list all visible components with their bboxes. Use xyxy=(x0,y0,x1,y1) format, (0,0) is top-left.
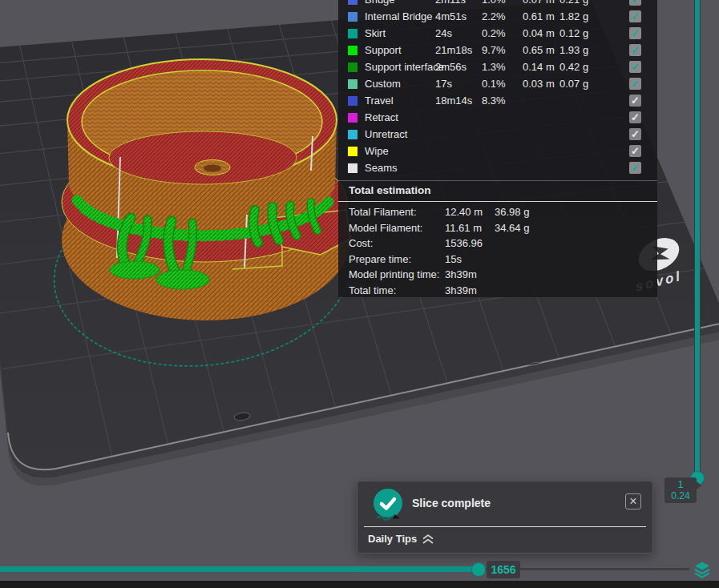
feature-color-swatch xyxy=(348,46,357,55)
feature-length: 0.03 m xyxy=(523,78,559,90)
daily-tips-label: Daily Tips xyxy=(368,533,417,545)
feature-label: Retract xyxy=(365,111,442,123)
feature-time: 4m51s xyxy=(435,10,482,22)
slice-legend-panel: Bridge 2m11s 1.0% 0.07 m 0.21 g ✓ Intern… xyxy=(338,0,657,297)
layer-height: 0.24 xyxy=(671,490,689,501)
legend-row: Bridge 2m11s 1.0% 0.07 m 0.21 g ✓ xyxy=(338,0,657,8)
range-slider-fill xyxy=(0,566,479,572)
feature-label: Travel xyxy=(365,95,442,107)
feature-color-swatch xyxy=(348,62,357,72)
legend-row: Unretract ✓ xyxy=(338,126,657,143)
chevron-collapse-icon xyxy=(422,534,434,545)
feature-visibility-checkbox[interactable]: ✓ xyxy=(629,145,641,157)
feature-time: 2m11s xyxy=(435,0,482,6)
total-value-1: 1536.96 xyxy=(445,237,495,249)
feature-visibility-checkbox[interactable]: ✓ xyxy=(629,111,641,123)
total-value-1: 15s xyxy=(445,253,495,265)
slicer-preview-window: sovol xyxy=(0,0,719,588)
total-estimation-list: Total Filament: 12.40 m 36.98 g Model Fi… xyxy=(338,204,657,297)
range-slider-badge: 1656 xyxy=(487,561,520,578)
feature-percent: 0.2% xyxy=(482,27,523,39)
feature-percent: 1.3% xyxy=(482,61,523,73)
feature-type-list: Bridge 2m11s 1.0% 0.07 m 0.21 g ✓ Intern… xyxy=(338,0,657,176)
total-row: Model printing time: 3h39m xyxy=(338,267,657,283)
feature-percent: 1.0% xyxy=(482,0,523,6)
total-value-1: 12.40 m xyxy=(445,206,495,218)
feature-length: 0.65 m xyxy=(523,44,559,56)
feature-label: Custom xyxy=(365,78,442,90)
feature-visibility-checkbox[interactable]: ✓ xyxy=(629,61,641,73)
total-value-1: 3h39m xyxy=(445,284,495,296)
feature-visibility-checkbox[interactable]: ✓ xyxy=(629,95,641,107)
feature-percent: 2.2% xyxy=(482,10,523,22)
feature-length: 0.14 m xyxy=(523,61,559,73)
total-value-1: 11.61 m xyxy=(445,222,495,234)
feature-color-swatch xyxy=(348,12,357,22)
feature-time: 18m14s xyxy=(435,95,482,107)
feature-weight: 0.07 g xyxy=(559,78,596,90)
feature-label: Support xyxy=(365,44,442,56)
feature-color-swatch xyxy=(348,79,357,89)
total-row: Cost: 1536.96 xyxy=(338,236,657,252)
total-estimation-title: Total estimation xyxy=(338,180,657,199)
feature-color-swatch xyxy=(348,113,357,123)
legend-row: Travel 18m14s 8.3% ✓ xyxy=(338,92,657,109)
feature-visibility-checkbox[interactable]: ✓ xyxy=(629,128,641,140)
divider xyxy=(338,201,657,202)
legend-row: Seams ✓ xyxy=(338,159,657,176)
feature-label: Seams xyxy=(365,162,442,174)
feature-visibility-checkbox[interactable]: ✓ xyxy=(629,78,641,90)
legend-row: Internal Bridge 4m51s 2.2% 0.61 m 1.82 g… xyxy=(338,8,657,25)
feature-color-swatch xyxy=(348,130,357,139)
bottom-bar xyxy=(0,581,719,588)
total-label: Total Filament: xyxy=(349,206,445,218)
legend-row: Retract ✓ xyxy=(338,109,657,126)
legend-row: Support interface 2m56s 1.3% 0.14 m 0.42… xyxy=(338,58,657,75)
feature-percent: 9.7% xyxy=(482,44,523,56)
slice-complete-dialog: Slice complete × Daily Tips xyxy=(357,481,653,554)
layers-icon[interactable] xyxy=(693,560,712,579)
layer-number: 1 xyxy=(677,479,683,490)
feature-weight: 0.21 g xyxy=(559,0,596,6)
feature-color-swatch xyxy=(348,163,357,173)
feature-label: Skirt xyxy=(365,27,442,39)
feature-visibility-checkbox[interactable]: ✓ xyxy=(629,10,641,22)
feature-time: 21m18s xyxy=(435,44,482,56)
feature-percent: 8.3% xyxy=(482,95,523,107)
total-row: Total Filament: 12.40 m 36.98 g xyxy=(338,204,657,220)
feature-visibility-checkbox[interactable]: ✓ xyxy=(629,27,641,39)
daily-tips-toggle[interactable]: Daily Tips xyxy=(368,533,434,545)
feature-time: 17s xyxy=(435,78,482,90)
feature-visibility-checkbox[interactable]: ✓ xyxy=(629,44,641,56)
legend-row: Support 21m18s 9.7% 0.65 m 1.93 g ✓ xyxy=(338,42,657,58)
dialog-title: Slice complete xyxy=(412,497,491,509)
total-row: Total time: 3h39m xyxy=(338,283,657,298)
legend-row: Wipe ✓ xyxy=(338,143,657,159)
layer-slider-badge: 1 0.24 xyxy=(664,477,697,503)
feature-color-swatch xyxy=(348,0,357,5)
feature-color-swatch xyxy=(348,29,357,38)
feature-weight: 1.82 g xyxy=(559,10,596,22)
total-label: Prepare time: xyxy=(349,253,445,265)
feature-visibility-checkbox[interactable]: ✓ xyxy=(629,162,641,174)
total-value-1: 3h39m xyxy=(445,268,495,280)
feature-weight: 1.93 g xyxy=(559,44,596,56)
feature-label: Unretract xyxy=(365,128,442,140)
feature-time: 2m56s xyxy=(435,61,482,73)
feature-length: 0.61 m xyxy=(523,10,559,22)
feature-percent: 0.1% xyxy=(482,78,523,90)
total-row: Model Filament: 11.61 m 34.64 g xyxy=(338,220,657,236)
feature-label: Internal Bridge xyxy=(365,10,442,22)
dialog-divider xyxy=(364,526,646,527)
close-icon[interactable]: × xyxy=(625,493,641,509)
total-label: Cost: xyxy=(349,237,445,249)
legend-row: Skirt 24s 0.2% 0.04 m 0.12 g ✓ xyxy=(338,25,657,42)
feature-length: 0.04 m xyxy=(523,27,559,39)
layer-slider-track[interactable] xyxy=(694,0,701,478)
feature-label: Bridge xyxy=(365,0,442,6)
range-slider-thumb[interactable] xyxy=(471,562,486,577)
feature-visibility-checkbox[interactable]: ✓ xyxy=(629,0,641,6)
feature-color-swatch xyxy=(348,96,357,106)
total-label: Model Filament: xyxy=(349,222,445,234)
total-value-2: 34.64 g xyxy=(495,222,647,234)
